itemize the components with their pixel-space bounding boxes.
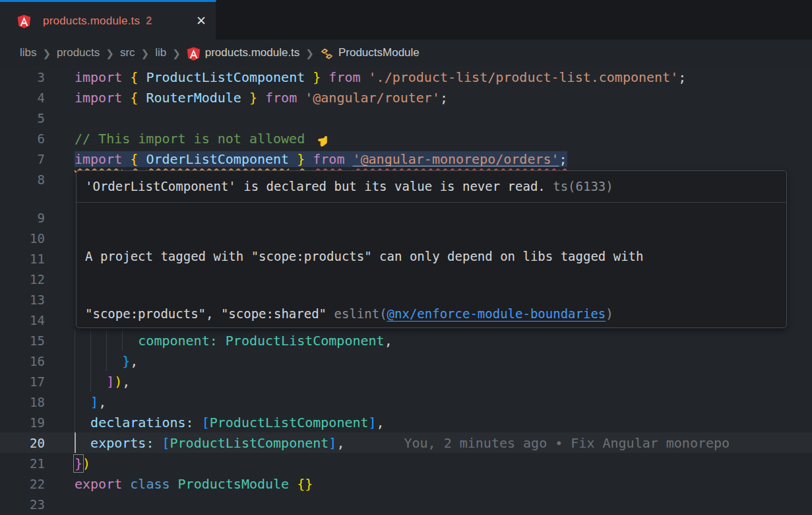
line-number[interactable]: 5 — [0, 111, 59, 125]
code-token — [75, 415, 90, 430]
code-content[interactable]: ]), — [59, 371, 812, 392]
code-content[interactable]: ], — [59, 392, 812, 412]
ts-error-text: 'OrderListComponent' is declared but its… — [85, 179, 546, 193]
code-content[interactable]: exports: [ProductListComponent],You, 2 m… — [59, 432, 812, 453]
code-line-5: 5 — [0, 108, 812, 128]
editor: 3import { ProductListComponent } from '.… — [0, 66, 812, 515]
code-token: } — [75, 456, 82, 471]
code-content[interactable] — [59, 494, 812, 514]
line-number[interactable]: 8 — [0, 172, 59, 187]
code-line-17: 17 ]), — [0, 371, 812, 392]
breadcrumb-item-productsmodule[interactable]: ProductsModule — [338, 46, 420, 59]
code-line-19: 19 declarations: [ProductListComponent], — [0, 412, 812, 432]
hover-eslint-message: A project tagged with "scope:products" c… — [77, 203, 786, 328]
code-token — [297, 90, 305, 106]
line-number[interactable]: 21 — [0, 456, 59, 471]
error-hover-popup: 'OrderListComponent' is declared but its… — [76, 170, 787, 328]
code-content[interactable]: }, — [59, 351, 812, 371]
breadcrumb-item-src[interactable]: src — [120, 46, 135, 59]
code-token: } — [297, 151, 305, 167]
code-token — [305, 69, 313, 85]
code-token: { — [130, 151, 138, 167]
breadcrumb-item-lib[interactable]: lib — [155, 46, 166, 59]
code-token: ] — [90, 394, 98, 410]
chevron-right-icon: ❯ — [141, 47, 150, 59]
code-token: ; — [678, 69, 686, 85]
code-content[interactable]: export class ProductsModule {} — [59, 473, 812, 494]
line-number[interactable]: 23 — [0, 497, 59, 512]
code-content[interactable]: import { RouterModule } from '@angular/r… — [59, 87, 812, 108]
tab-problem-count-badge: 2 — [146, 15, 152, 27]
eslint-error-line2: "scope:products", "scope:shared" eslint(… — [85, 304, 778, 324]
code-token — [344, 151, 352, 167]
code-token: import — [75, 69, 122, 85]
code-token: from — [265, 90, 297, 106]
eslint-error-line1: A project tagged with "scope:products" c… — [85, 247, 778, 266]
line-number[interactable]: 12 — [0, 272, 59, 287]
code-token — [361, 69, 369, 85]
indent-guide — [90, 330, 91, 351]
code-token — [138, 90, 146, 106]
code-token: {} — [297, 476, 313, 492]
line-number[interactable]: 13 — [0, 292, 59, 307]
code-token: ProductsModule — [178, 476, 290, 492]
line-number[interactable]: 20 — [0, 436, 59, 450]
code-token: from — [313, 151, 344, 167]
chevron-right-icon: ❯ — [43, 47, 51, 59]
code-token: OrderListComponent — [146, 151, 289, 167]
code-line-20: 20 exports: [ProductListComponent],You, … — [0, 432, 812, 453]
code-content[interactable]: // This import is not allowed — [59, 128, 812, 149]
code-token: import — [75, 151, 122, 167]
line-number[interactable]: 17 — [0, 374, 59, 389]
line-number[interactable]: 10 — [0, 231, 59, 246]
code-content[interactable]: declarations: [ProductListComponent], — [59, 412, 812, 432]
vscode-window: products.module.ts 2 ✕ libs❯products❯src… — [0, 0, 812, 515]
indent-guide — [90, 371, 91, 392]
close-icon[interactable]: ✕ — [196, 15, 206, 27]
code-token: exports: — [90, 435, 154, 451]
breadcrumb-item-products-module-ts[interactable]: products.module.ts — [205, 46, 300, 59]
code-token — [122, 151, 130, 167]
module-specifier-link[interactable]: '@angular-monorepo/orders' — [353, 151, 559, 167]
code-line-3: 3import { ProductListComponent } from '.… — [0, 67, 812, 87]
code-token: component: — [138, 333, 217, 349]
code-token: ) — [82, 456, 90, 471]
line-number[interactable]: 14 — [0, 313, 59, 327]
line-number[interactable]: 22 — [0, 477, 59, 491]
code-line-6: 6// This import is not allowed — [0, 128, 812, 149]
code-line-15: 15 component: ProductListComponent, — [0, 330, 812, 351]
code-content[interactable]: import { ProductListComponent } from './… — [59, 67, 812, 87]
line-number[interactable]: 7 — [0, 152, 59, 166]
code-token: import — [75, 90, 122, 106]
breadcrumb-item-libs[interactable]: libs — [20, 46, 37, 59]
code-token: [ — [162, 435, 170, 451]
code-token: , — [336, 435, 344, 451]
code-token: ProductListComponent — [146, 69, 305, 85]
breadcrumb-item-products[interactable]: products — [57, 46, 100, 59]
cursor-active-indent-guide — [75, 432, 76, 453]
indent-guide — [75, 392, 75, 412]
code-content[interactable]: import { OrderListComponent } from '@ang… — [59, 149, 812, 169]
tab-bar: products.module.ts 2 ✕ — [0, 0, 812, 40]
line-number[interactable]: 19 — [0, 415, 59, 430]
line-number[interactable]: 4 — [0, 90, 59, 105]
indent-guide — [106, 330, 107, 351]
breadcrumb: libs❯products❯src❯lib❯ products.module.t… — [0, 40, 812, 66]
code-token — [289, 151, 297, 167]
tab-products-module[interactable]: products.module.ts 2 ✕ — [0, 0, 216, 40]
code-line-16: 16 }, — [0, 351, 812, 371]
code-content[interactable] — [59, 108, 812, 128]
code-token: { — [130, 69, 138, 85]
code-content[interactable]: }) — [59, 453, 812, 473]
eslint-rule-link[interactable]: @nx/enforce-module-boundaries — [387, 306, 606, 321]
line-number[interactable]: 15 — [0, 333, 59, 348]
code-content[interactable]: component: ProductListComponent, — [59, 330, 812, 351]
chevron-right-icon: ❯ — [305, 47, 314, 59]
line-number[interactable]: 11 — [0, 252, 59, 266]
line-number[interactable]: 18 — [0, 395, 59, 409]
line-number[interactable]: 9 — [0, 211, 59, 225]
line-number[interactable]: 6 — [0, 131, 59, 146]
line-number[interactable]: 16 — [0, 354, 59, 368]
code-token: RouterModule — [146, 90, 241, 106]
line-number[interactable]: 3 — [0, 70, 59, 85]
